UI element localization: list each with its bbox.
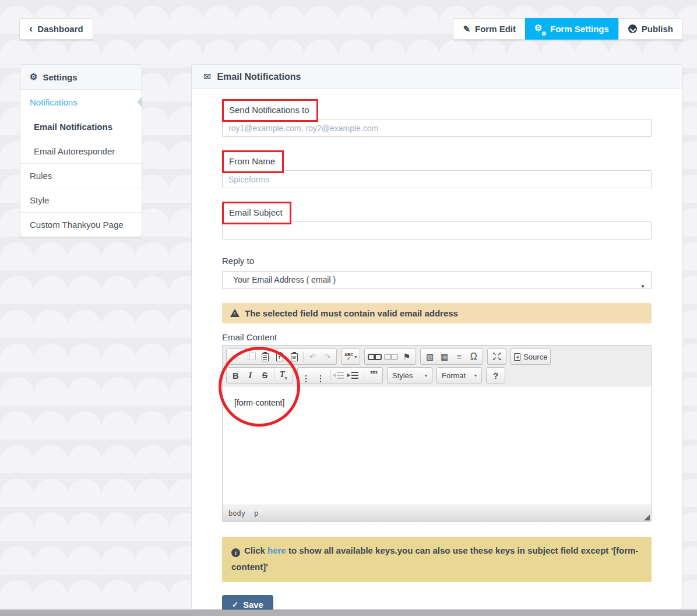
increase-indent-icon [351, 372, 358, 379]
remove-format-icon: Tx [280, 370, 287, 381]
source-button[interactable]: ◂ Source [513, 350, 548, 364]
paste-button[interactable] [258, 350, 272, 364]
editor-content-text: [form-content] [234, 398, 284, 407]
dashboard-label: Dashboard [37, 24, 83, 34]
insert-table-button[interactable]: ▦ [437, 350, 452, 364]
cogs-icon: ⚙⚙ [535, 24, 545, 34]
email-subject-label: Email Subject [229, 207, 283, 217]
sidebar-item-email-autoresponder[interactable]: Email Autoresponder [20, 139, 142, 163]
maximize-icon: ↖↗↙↘ [492, 352, 502, 361]
about-button[interactable]: ? [488, 368, 503, 382]
sidebar-item-label: Custom Thankyou Page [30, 220, 124, 230]
email-subject-label-annotation-box: Email Subject [222, 202, 291, 224]
show-keys-link[interactable]: here [267, 545, 286, 555]
email-content-label: Email Content [222, 332, 650, 342]
image-icon: ▧ [426, 352, 434, 361]
copy-icon [248, 354, 253, 360]
pencil-icon: ✎ [463, 24, 470, 34]
rich-text-editor: ✂ T W ↶ ↷ ABC✓ ▾ [222, 345, 652, 522]
undo-icon: ↶ [309, 352, 316, 361]
warning-text: The selected field must contain valid em… [245, 308, 458, 318]
editor-status-bar: body p [223, 505, 651, 522]
decrease-indent-icon [337, 372, 344, 379]
link-button[interactable] [367, 350, 383, 364]
reply-to-label: Reply to [222, 256, 650, 266]
from-name-label: From Name [229, 156, 275, 166]
sidebar-title: Settings [43, 72, 77, 82]
sidebar-item-label: Rules [30, 171, 52, 181]
form-edit-button[interactable]: ✎ Form Edit [453, 18, 525, 40]
editor-resize-handle[interactable] [644, 515, 650, 520]
cut-button[interactable]: ✂ [228, 350, 243, 364]
strikethrough-button[interactable]: S [258, 368, 272, 382]
publish-label: Publish [642, 24, 673, 34]
spell-check-button[interactable]: ABC✓ ▾ [343, 350, 358, 364]
format-dropdown[interactable]: Format ▾ [436, 367, 482, 383]
source-icon: ◂ [514, 353, 520, 361]
select-caret-icon: ▼ [640, 278, 645, 295]
sidebar-item-email-notifications[interactable]: Email Notifications [20, 114, 142, 139]
increase-indent-button[interactable] [347, 368, 362, 382]
editor-content-area[interactable]: [form-content] [223, 386, 651, 505]
sidebar-item-notifications[interactable]: Notifications [20, 90, 142, 114]
bold-button[interactable]: B [228, 368, 243, 382]
send-to-label: Send Notifications to [229, 105, 309, 115]
sidebar-item-custom-thankyou-page[interactable]: Custom Thankyou Page [20, 212, 142, 237]
italic-button[interactable]: I [243, 368, 258, 382]
blockquote-button[interactable]: ”” [366, 368, 381, 382]
numbered-list-button[interactable] [300, 368, 314, 382]
dashboard-button[interactable]: ‹ Dashboard [19, 18, 93, 40]
publish-button[interactable]: Publish [618, 18, 683, 40]
email-notifications-panel: ✉ Email Notifications Send Notifications… [191, 64, 683, 610]
paste-as-text-button[interactable]: T [272, 350, 287, 364]
cut-icon: ✂ [233, 352, 240, 361]
paste-from-word-button[interactable]: W [287, 350, 301, 364]
save-label: Save [243, 600, 263, 610]
undo-button[interactable]: ↶ [305, 350, 320, 364]
sidebar-item-style[interactable]: Style [20, 188, 142, 212]
anchor-button[interactable]: ⚑ [399, 350, 414, 364]
from-name-input[interactable] [222, 170, 652, 188]
from-name-label-annotation-box: From Name [222, 150, 284, 173]
sidebar-item-label: Style [30, 195, 49, 205]
warning-icon: ! [230, 309, 240, 317]
panel-header: ✉ Email Notifications [192, 65, 682, 89]
envelope-icon: ✉ [203, 71, 211, 82]
flag-icon: ⚑ [403, 352, 410, 361]
check-icon: ✓ [232, 600, 238, 609]
italic-icon: I [249, 371, 252, 381]
redo-button[interactable]: ↷ [320, 350, 335, 364]
spell-caret-icon: ▾ [354, 354, 357, 360]
redo-icon: ↷ [324, 352, 331, 361]
bold-icon: B [233, 371, 239, 381]
panel-body: Send Notifications to From Name Email Su… [192, 89, 682, 614]
paste-text-icon: T [276, 353, 283, 361]
strikethrough-icon: S [262, 371, 267, 380]
form-settings-button[interactable]: ⚙⚙ Form Settings [525, 18, 618, 40]
bulleted-list-button[interactable] [314, 368, 329, 382]
special-character-button[interactable]: Ω [466, 350, 481, 364]
active-item-caret [137, 97, 142, 107]
decrease-indent-button[interactable] [333, 368, 347, 382]
horizontal-rule-button[interactable]: ≡ [452, 350, 466, 364]
omega-icon: Ω [470, 351, 477, 362]
styles-caret-icon: ▾ [425, 373, 427, 378]
info-alert: iClick here to show all available keys.y… [222, 537, 652, 582]
sidebar-item-label: Email Autoresponder [34, 146, 115, 156]
sidebar-header: ⚙ Settings [20, 65, 142, 90]
maximize-button[interactable]: ↖↗↙↘ [490, 350, 504, 364]
link-icon [368, 354, 382, 360]
reply-to-select[interactable]: Your Email Address ( email ) ▼ [222, 271, 652, 289]
info-text-prefix: Click [244, 545, 267, 555]
unlink-button[interactable] [383, 350, 399, 364]
panel-title: Email Notifications [217, 72, 301, 82]
remove-format-button[interactable]: Tx [276, 368, 291, 382]
styles-dropdown[interactable]: Styles ▾ [387, 367, 432, 383]
send-to-label-annotation-box: Send Notifications to [222, 99, 318, 122]
insert-image-button[interactable]: ▧ [423, 350, 437, 364]
settings-sidebar: ⚙ Settings Notifications Email Notificat… [20, 64, 142, 237]
copy-button[interactable] [243, 350, 258, 364]
sidebar-item-rules[interactable]: Rules [20, 163, 142, 188]
format-dropdown-label: Format [442, 371, 466, 380]
source-label: Source [523, 353, 547, 361]
